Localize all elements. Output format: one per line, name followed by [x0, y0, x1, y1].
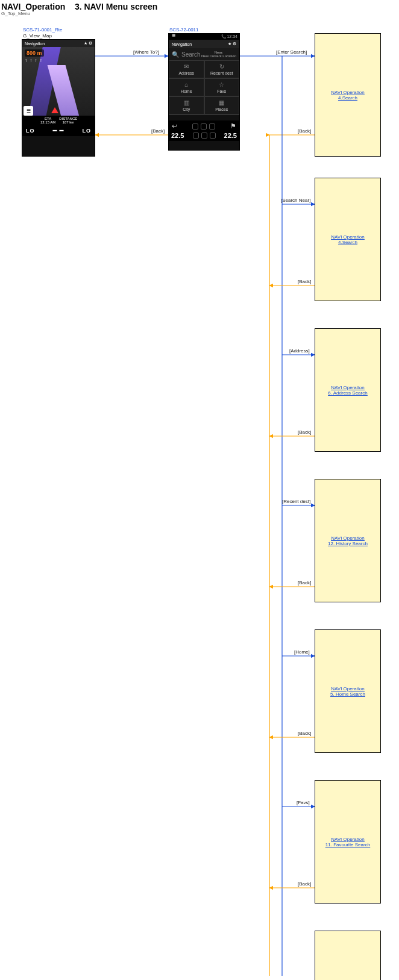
screenshot-map-view: Navigation ★ ⚙ 800 m ↑ ↑ ↑ ↑ ☰ ETA 12:15… — [22, 39, 95, 157]
cell-city[interactable]: ▥ City — [169, 96, 204, 114]
linkbox-history[interactable]: NAVI Operation12. History Search — [315, 479, 381, 602]
linkbox-4-l2: 12. History Search — [328, 541, 368, 546]
cell-favs-label: Favs — [217, 89, 226, 93]
near-label[interactable]: Near: New Current Location — [201, 51, 236, 58]
back-icon[interactable]: ↩ — [172, 122, 177, 130]
ctrl-icon[interactable] — [209, 123, 215, 130]
flag-icon[interactable]: ⚑ — [230, 122, 236, 130]
cell-places-label: Places — [215, 107, 228, 111]
scs2-id: SCS-72-0011 — [169, 27, 198, 33]
star-icon[interactable]: ★ — [84, 41, 87, 45]
linkbox-6-l1: NAVI Operation — [331, 837, 364, 842]
label-back-b3: [Back] — [298, 429, 311, 435]
scs1-caption: G_View_Map — [23, 33, 52, 39]
scs1-lo-left: LO — [26, 128, 35, 134]
scs1-distance: 800 m — [25, 49, 44, 57]
cell-address-label: Address — [178, 71, 194, 75]
page-subtitle: G_Top_Menu — [1, 11, 30, 16]
current-position-icon — [51, 107, 58, 113]
temp-left: 22.5 — [171, 132, 184, 139]
linkbox-2-l1: NAVI Operation — [331, 234, 364, 240]
scs2-time: 📞12:34 — [221, 34, 237, 39]
menu-grid: ✉ Address ↻ Recent dest ⌂ Home ☆ Favs ▥ … — [169, 60, 239, 114]
hvac-icon[interactable] — [193, 133, 199, 139]
label-home: [Home] — [294, 649, 310, 655]
label-where-to: [Where To?] — [133, 49, 159, 55]
linkbox-4-l1: NAVI Operation — [331, 535, 364, 541]
scs1-map[interactable]: 800 m ↑ ↑ ↑ ↑ ☰ ETA 12:15 AM DISTANCE 16… — [22, 47, 95, 125]
label-back-b1: [Back] — [298, 128, 311, 134]
cell-places[interactable]: ▦ Places — [204, 96, 240, 114]
star-icon[interactable]: ★ — [228, 42, 231, 46]
ctrl-icon[interactable] — [201, 123, 207, 130]
recent-icon: ↻ — [219, 63, 224, 70]
label-back-b4: [Back] — [298, 580, 311, 585]
hvac-icon[interactable] — [210, 133, 216, 139]
menu-icon[interactable]: ☰ — [24, 106, 33, 116]
scs2-bottombar: ↩ ⚑ — [169, 120, 239, 132]
scs2-nav-label: Navigation — [172, 42, 192, 46]
scs1-footer: LO ▬ ▬ LO — [22, 125, 95, 136]
home-icon: ⌂ — [184, 81, 188, 88]
label-favs: [Favs] — [297, 800, 310, 805]
cell-recent-label: Recent dest — [210, 71, 233, 75]
scs1-topbar: Navigation ★ ⚙ — [22, 40, 95, 47]
gear-icon[interactable]: ⚙ — [89, 41, 92, 45]
hvac-icon[interactable] — [201, 133, 207, 139]
linkbox-1-l2: 4.Search — [338, 95, 357, 101]
linkbox-5-l2: 5. Home Search — [330, 691, 365, 697]
search-row[interactable]: 🔍 Search Near: New Current Location — [169, 48, 239, 60]
linkbox-favourite[interactable]: NAVI Operation11. Favourite Search — [315, 780, 381, 904]
cell-city-label: City — [183, 107, 190, 111]
label-back-b5: [Back] — [298, 731, 311, 736]
title-main: NAVI_Operation — [1, 2, 65, 11]
page-title: NAVI_Operation 3. NAVI Menu screen — [1, 2, 157, 11]
ctrl-icon[interactable] — [192, 123, 198, 130]
linkbox-home[interactable]: NAVI Operation5. Home Search — [315, 629, 381, 753]
cell-address[interactable]: ✉ Address — [169, 60, 204, 78]
scs1-eta: ETA 12:15 AM — [40, 117, 55, 124]
cell-home[interactable]: ⌂ Home — [169, 78, 204, 96]
scs2-statusbar: ▝▘ 📞12:34 — [169, 34, 239, 40]
linkbox-3-l1: NAVI Operation — [331, 385, 364, 390]
cell-recent[interactable]: ↻ Recent dest — [204, 60, 240, 78]
scs1-arrows: ↑ ↑ ↑ ↑ — [25, 58, 43, 63]
label-address: [Address] — [289, 348, 310, 354]
screenshot-menu: ▝▘ 📞12:34 Navigation ★ ⚙ 🔍 Search Near: … — [168, 33, 240, 151]
label-back-b2: [Back] — [298, 279, 311, 284]
linkbox-address[interactable]: NAVI Operation6. Address Search — [315, 328, 381, 452]
signal-icon: ▝▘ — [171, 34, 177, 39]
linkbox-5-l1: NAVI Operation — [331, 686, 364, 691]
cell-home-label: Home — [181, 89, 192, 93]
search-icon: 🔍 — [172, 51, 179, 58]
scs1-lo-right: LO — [82, 128, 91, 134]
gear-icon[interactable]: ⚙ — [233, 42, 236, 46]
linkbox-6-l2: 11. Favourite Search — [325, 842, 370, 847]
fav-icon: ☆ — [219, 81, 224, 88]
city-icon: ▥ — [184, 99, 189, 106]
scs1-dist2: DISTANCE 167 km — [59, 117, 77, 124]
scs1-infobar: ETA 12:15 AM DISTANCE 167 km — [22, 116, 95, 125]
label-enter-search: [Enter Search] — [276, 49, 307, 55]
linkbox-2-l2: 4.Search — [338, 240, 357, 245]
label-recent: [Recent dest] — [282, 499, 310, 504]
scs1-id: SCS-71-0001_Rte — [23, 27, 62, 33]
label-back-1: [Back] — [151, 128, 165, 134]
linkbox-3-l2: 6. Address Search — [328, 390, 367, 396]
linkbox-partial[interactable] — [315, 931, 381, 980]
linkbox-1-l1: NAVI Operation — [331, 90, 364, 95]
linkbox-search-1[interactable]: NAVI Operation4.Search — [315, 33, 381, 157]
scs2-controls — [192, 123, 215, 130]
places-icon: ▦ — [219, 99, 224, 106]
scs2-spacer — [169, 114, 239, 120]
linkbox-search-2[interactable]: NAVI Operation4.Search — [315, 178, 381, 301]
title-section: 3. NAVI Menu screen — [75, 2, 157, 11]
mail-icon: ✉ — [184, 63, 189, 70]
temp-right: 22.5 — [224, 132, 237, 139]
label-search-near: [Search Near] — [281, 198, 310, 203]
scs1-nav-label: Navigation — [25, 42, 45, 46]
search-input[interactable]: Search — [181, 51, 201, 58]
cell-favs[interactable]: ☆ Favs — [204, 78, 240, 96]
scs2-topbar: Navigation ★ ⚙ — [169, 40, 239, 48]
label-back-b6: [Back] — [298, 881, 311, 887]
